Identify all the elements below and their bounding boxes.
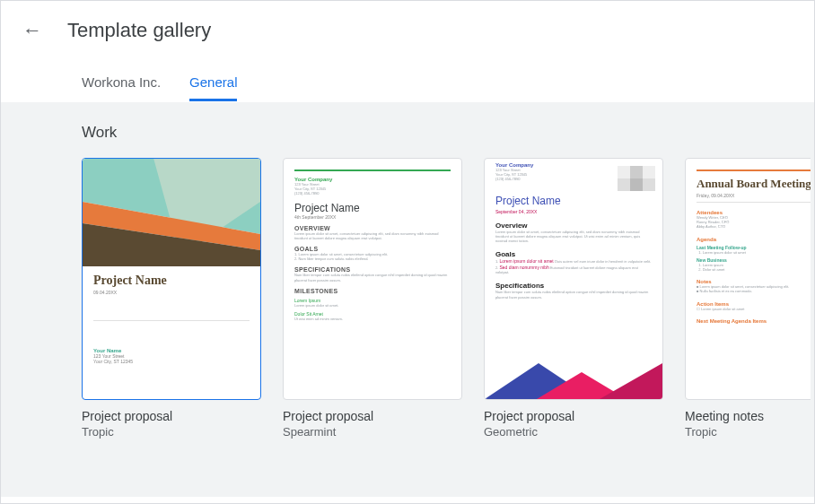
template-title: Project proposal <box>283 409 462 423</box>
preview-project-name: Project Name <box>93 274 250 288</box>
preview-h-goals: GOALS <box>294 246 451 252</box>
preview-h-next: Next Meeting Agenda Items <box>697 318 811 324</box>
template-subtitle: Geometric <box>484 425 663 439</box>
preview-h-overview: Overview <box>495 222 652 230</box>
template-card: Project Name 09.04.20XX Your Name 123 Yo… <box>82 158 261 439</box>
tab-bar: Workona Inc. General <box>1 49 814 102</box>
template-card: Annual Board Meeting Friday, 09.04.20XX … <box>685 158 811 439</box>
preview-project-name: Project Name <box>495 195 652 207</box>
preview-date: 4th September 20XX <box>294 214 451 220</box>
geometric-triangles-icon <box>485 363 662 399</box>
tropic-art <box>83 159 260 266</box>
tab-general[interactable]: General <box>189 74 237 101</box>
template-grid: Project Name 09.04.20XX Your Name 123 Yo… <box>82 158 814 439</box>
preview-h-overview: OVERVIEW <box>294 225 451 231</box>
template-subtitle: Spearmint <box>283 425 462 439</box>
template-title: Meeting notes <box>685 409 811 423</box>
content-area: Work Project Name 09.04.20XX Your Name 1… <box>1 102 814 497</box>
preview-h-milestones: MILESTONES <box>294 288 451 294</box>
preview-city: Your City, ST 12345 <box>93 359 250 364</box>
template-subtitle: Tropic <box>82 425 261 439</box>
template-thumbnail-meeting-tropic[interactable]: Annual Board Meeting Friday, 09.04.20XX … <box>685 158 811 400</box>
preview-date: 09.04.20XX <box>93 290 250 295</box>
preview-h-agenda: Agenda <box>697 237 811 242</box>
preview-h-specs: SPECIFICATIONS <box>294 266 451 273</box>
preview-project-name: Project Name <box>294 202 451 214</box>
template-thumbnail-tropic[interactable]: Project Name 09.04.20XX Your Name 123 Yo… <box>82 158 261 400</box>
template-card: Your Company 123 Your StreetYour City, S… <box>484 158 663 439</box>
template-title: Project proposal <box>484 409 663 423</box>
section-title: Work <box>82 124 814 142</box>
tab-workona[interactable]: Workona Inc. <box>82 74 161 101</box>
preview-date: Friday, 09.04.20XX <box>697 193 811 198</box>
template-thumbnail-geometric[interactable]: Your Company 123 Your StreetYour City, S… <box>484 158 663 400</box>
preview-heading: Annual Board Meeting <box>697 177 811 191</box>
back-arrow-icon[interactable]: ← <box>22 19 42 42</box>
geometric-squares-icon <box>618 166 655 191</box>
preview-h-specs: Specifications <box>495 282 652 290</box>
header: ← Template gallery <box>1 1 814 49</box>
template-subtitle: Tropic <box>685 425 811 439</box>
template-card: Your Company 123 Your StreetYour City, S… <box>283 158 462 439</box>
preview-date: September 04, 20XX <box>495 209 652 214</box>
page-title: Template gallery <box>67 19 211 42</box>
preview-h-goals: Goals <box>495 250 652 258</box>
template-title: Project proposal <box>82 409 261 423</box>
template-thumbnail-spearmint[interactable]: Your Company 123 Your StreetYour City, S… <box>283 158 462 400</box>
